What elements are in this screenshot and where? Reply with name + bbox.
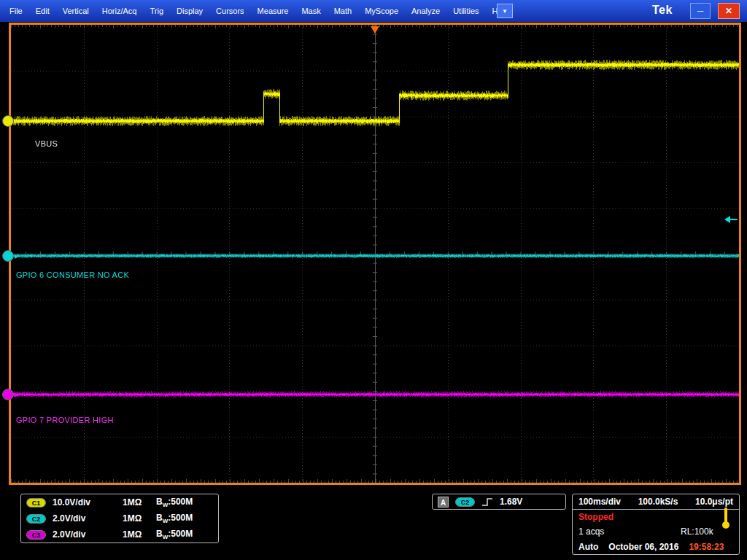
trigger-level-value: 1.68V: [500, 497, 522, 507]
ch1-waveform-label: VBUS: [35, 139, 58, 148]
horizontal-readout-box: 100ms/div 100.0kS/s 10.0μs/pt Stopped 1 …: [572, 494, 740, 555]
menu-mask[interactable]: Mask: [295, 3, 327, 19]
ch1-scale: 10.0V/div: [53, 497, 123, 508]
point-resolution-value: 10.0μs/pt: [695, 497, 733, 507]
ch3-waveform-label: GPIO 7 PROVIDER HIGH: [16, 416, 114, 424]
menu-measure[interactable]: Measure: [251, 3, 295, 19]
ch2-bandwidth: BW:500M: [156, 513, 193, 524]
ch3-scale: 2.0V/div: [53, 529, 123, 540]
ch3-badge: C3: [26, 530, 46, 540]
ch1-bandwidth: BW:500M: [156, 497, 193, 508]
timebase-value: 100ms/div: [578, 497, 621, 507]
trigger-source-badge: C2: [455, 497, 475, 507]
menu-horiz-acq[interactable]: Horiz/Acq: [96, 3, 144, 19]
ch2-badge: C2: [26, 514, 46, 524]
tek-logo: Tek: [652, 4, 673, 17]
date-value: October 06, 2016: [608, 542, 678, 552]
ch3-marker-number: 3: [6, 391, 10, 399]
waveform-display[interactable]: [11, 25, 739, 483]
time-value: 19:58:23: [689, 542, 724, 552]
menu-myscope[interactable]: MyScope: [358, 3, 405, 19]
acq-status: Stopped: [578, 512, 614, 522]
acq-count: 1 acqs: [578, 526, 604, 537]
sample-rate-value: 100.0kS/s: [638, 497, 678, 507]
menu-cursors[interactable]: Cursors: [209, 3, 251, 19]
ch2-marker-number: 2: [6, 252, 10, 260]
datetime-row: Auto October 06, 2016 19:58:23: [573, 539, 739, 554]
trigger-readout-box[interactable]: A C2 1.68V: [432, 494, 566, 510]
vertical-readout-box: C1 10.0V/div 1MΩ BW:500M C2 2.0V/div 1MΩ…: [20, 494, 219, 543]
acq-count-row: 1 acqs RL:100k: [573, 524, 739, 539]
menu-math[interactable]: Math: [328, 3, 358, 19]
ch3-position-marker[interactable]: 3: [2, 389, 14, 400]
trigger-level-arrow-icon[interactable]: [724, 213, 738, 220]
menu-edit[interactable]: Edit: [29, 3, 56, 19]
graticule-frame: VBUS GPIO 6 CONSUMER NO ACK GPIO 7 PROVI…: [9, 23, 741, 485]
menu-dropdown-icon[interactable]: ▼: [497, 4, 513, 18]
rising-edge-icon: [481, 497, 493, 507]
menu-utilities[interactable]: Utilities: [446, 3, 485, 19]
menu-file[interactable]: File: [3, 3, 29, 19]
ch2-scale: 2.0V/div: [53, 513, 123, 524]
temperature-icon: [721, 506, 730, 532]
ch3-marker-arrow-icon: [15, 393, 18, 397]
ch2-marker-arrow-icon: [15, 254, 18, 259]
ch3-readout-row[interactable]: C3 2.0V/div 1MΩ BW:500M: [21, 526, 218, 542]
menu-bar: File Edit Vertical Horiz/Acq Trig Displa…: [0, 0, 747, 22]
ch1-impedance: 1MΩ: [123, 497, 156, 508]
ch2-position-marker[interactable]: 2: [2, 250, 14, 262]
ch1-readout-row[interactable]: C1 10.0V/div 1MΩ BW:500M: [21, 494, 218, 510]
menu-analyze[interactable]: Analyze: [405, 3, 446, 19]
menu-trig[interactable]: Trig: [143, 3, 170, 19]
trigger-position-marker-icon[interactable]: [371, 23, 379, 31]
ch1-marker-arrow-icon: [15, 120, 18, 124]
ch3-impedance: 1MΩ: [123, 529, 156, 540]
ch1-marker-number: 1: [6, 117, 10, 125]
ch2-waveform-label: GPIO 6 CONSUMER NO ACK: [16, 271, 129, 279]
menu-display[interactable]: Display: [170, 3, 209, 19]
ch2-impedance: 1MΩ: [123, 513, 156, 524]
menu-vertical[interactable]: Vertical: [56, 3, 96, 19]
ch1-position-marker[interactable]: 1: [2, 115, 14, 127]
record-length: RL:100k: [681, 526, 713, 537]
acq-status-row: Stopped: [573, 510, 739, 524]
timebase-row[interactable]: 100ms/div 100.0kS/s 10.0μs/pt: [573, 494, 739, 510]
minimize-button[interactable]: ─: [690, 3, 711, 19]
close-button[interactable]: ✕: [718, 3, 740, 19]
ch1-badge: C1: [26, 498, 46, 508]
trigger-mode: Auto: [578, 542, 598, 552]
ch2-readout-row[interactable]: C2 2.0V/div 1MΩ BW:500M: [21, 510, 218, 526]
ch3-bandwidth: BW:500M: [156, 529, 193, 540]
trigger-system-label: A: [438, 497, 449, 508]
